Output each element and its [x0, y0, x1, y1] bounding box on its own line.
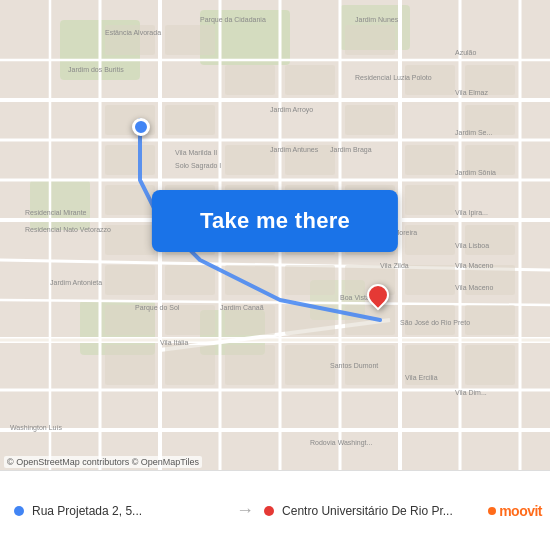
svg-rect-61: [285, 265, 335, 295]
svg-text:Vila Dim...: Vila Dim...: [455, 389, 487, 396]
svg-text:Vila Maceno: Vila Maceno: [455, 284, 494, 291]
svg-rect-4: [30, 180, 90, 230]
svg-text:Jardim dos Buritis: Jardim dos Buritis: [68, 66, 124, 73]
svg-text:Jardim Canaã: Jardim Canaã: [220, 304, 264, 311]
svg-rect-31: [225, 65, 275, 95]
svg-rect-78: [465, 345, 515, 385]
svg-text:Vila Ipira...: Vila Ipira...: [455, 209, 488, 217]
svg-text:Jardim Antunes: Jardim Antunes: [270, 146, 319, 153]
svg-rect-50: [405, 185, 455, 215]
svg-text:São José do Rio Preto: São José do Rio Preto: [400, 319, 470, 326]
svg-text:Vila Zilda: Vila Zilda: [380, 262, 409, 269]
svg-rect-38: [105, 145, 155, 175]
svg-rect-57: [465, 225, 515, 255]
svg-rect-51: [105, 225, 155, 255]
map-attribution: © OpenStreetMap contributors © OpenMapTi…: [4, 456, 202, 468]
svg-text:Washington Luís: Washington Luís: [10, 424, 62, 432]
direction-arrow: →: [236, 500, 254, 521]
svg-rect-73: [165, 345, 215, 385]
svg-rect-30: [165, 25, 215, 55]
svg-rect-58: [105, 265, 155, 295]
svg-text:Boa Vista: Boa Vista: [340, 294, 370, 301]
svg-text:Vila Lisboa: Vila Lisboa: [455, 242, 489, 249]
svg-text:Jardim Se...: Jardim Se...: [455, 129, 492, 136]
origin-label: Rua Projetada 2, 5...: [32, 504, 142, 518]
svg-text:Solo Sagrado I: Solo Sagrado I: [175, 162, 221, 170]
svg-text:Vila Marilda II: Vila Marilda II: [175, 149, 217, 156]
svg-text:Residencial Mirante: Residencial Mirante: [25, 209, 87, 216]
moovit-text: moovit: [499, 503, 542, 519]
svg-rect-41: [405, 145, 455, 175]
origin-dot: [14, 506, 24, 516]
svg-text:Residencial Luzia Poloto: Residencial Luzia Poloto: [355, 74, 432, 81]
svg-rect-72: [105, 345, 155, 385]
moovit-dot: [488, 507, 496, 515]
svg-rect-60: [225, 265, 275, 295]
svg-rect-59: [165, 265, 215, 295]
svg-text:Vila Elmaz: Vila Elmaz: [455, 89, 488, 96]
origin-location: Rua Projetada 2, 5...: [8, 504, 232, 518]
svg-text:Estância Alvorada: Estância Alvorada: [105, 29, 161, 36]
destination-location: Centro Universitário De Rio Pr...: [258, 504, 482, 518]
svg-text:Vila Maceno: Vila Maceno: [455, 262, 494, 269]
svg-rect-32: [285, 65, 335, 95]
svg-rect-36: [165, 105, 215, 135]
svg-text:Santos Dumont: Santos Dumont: [330, 362, 378, 369]
svg-text:Parque do Sol: Parque do Sol: [135, 304, 180, 312]
destination-dot: [264, 506, 274, 516]
destination-label: Centro Universitário De Rio Pr...: [282, 504, 453, 518]
map-container: Estância Alvorada Parque da Cidadania Ja…: [0, 0, 550, 470]
svg-rect-33: [345, 25, 395, 55]
svg-text:Jardim Braga: Jardim Braga: [330, 146, 372, 154]
svg-rect-63: [405, 265, 455, 295]
svg-text:Jardim Sônia: Jardim Sônia: [455, 169, 496, 176]
moovit-logo: moovit: [488, 503, 542, 519]
svg-rect-40: [345, 105, 395, 135]
svg-text:Jardim Antonieta: Jardim Antonieta: [50, 279, 102, 286]
svg-rect-37: [225, 145, 275, 175]
svg-text:Jardim Nunes: Jardim Nunes: [355, 16, 399, 23]
take-me-there-button[interactable]: Take me there: [152, 190, 398, 252]
svg-text:Residencial Nato Vetorazzo: Residencial Nato Vetorazzo: [25, 226, 111, 233]
svg-text:Azulão: Azulão: [455, 49, 477, 56]
svg-rect-68: [285, 305, 335, 335]
svg-text:Parque da Cidadania: Parque da Cidadania: [200, 16, 266, 24]
svg-rect-69: [345, 305, 395, 335]
svg-text:Vila Itália: Vila Itália: [160, 339, 188, 346]
bottom-bar: Rua Projetada 2, 5... → Centro Universit…: [0, 470, 550, 550]
svg-rect-75: [285, 345, 335, 385]
svg-text:Vila Ercilia: Vila Ercilia: [405, 374, 438, 381]
svg-text:Jardim Arroyo: Jardim Arroyo: [270, 106, 313, 114]
svg-text:Rodovia Washingt...: Rodovia Washingt...: [310, 439, 372, 447]
origin-marker: [132, 118, 150, 136]
svg-rect-74: [225, 345, 275, 385]
svg-rect-45: [105, 185, 155, 215]
svg-rect-71: [465, 305, 515, 335]
